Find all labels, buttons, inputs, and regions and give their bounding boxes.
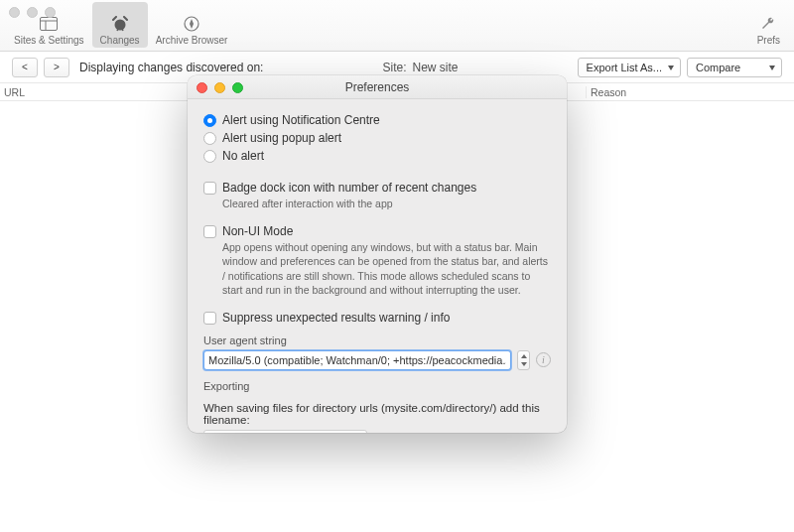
- preferences-title: Preferences: [345, 80, 410, 94]
- toolbar-label: Prefs: [757, 35, 780, 46]
- export-list-dropdown[interactable]: Export List As...: [578, 58, 681, 77]
- toolbar-label: Changes: [100, 35, 140, 46]
- alert-notification-label: Alert using Notification Centre: [222, 113, 380, 127]
- svg-point-3: [114, 20, 125, 31]
- no-alert-label: No alert: [222, 149, 264, 163]
- badge-dock-checkbox[interactable]: [203, 182, 216, 195]
- preferences-body: Alert using Notification Centre Alert us…: [188, 99, 567, 433]
- toolbar-label: Archive Browser: [156, 35, 228, 46]
- toolbar: Sites & Settings Changes Archive Browser…: [0, 0, 794, 52]
- site-key: Site:: [383, 61, 407, 74]
- displaying-label: Displaying changes discovered on:: [79, 61, 263, 74]
- non-ui-mode-help: App opens without opening any windows, b…: [222, 240, 551, 297]
- window-controls-prefs: [197, 82, 243, 93]
- suppress-warning-label: Suppress unexpected results warning / in…: [222, 311, 450, 325]
- exporting-label: Exporting: [203, 380, 551, 392]
- toolbar-prefs[interactable]: Prefs: [749, 2, 788, 48]
- minimize-window-button[interactable]: [27, 7, 38, 18]
- non-ui-mode-label: Non-UI Mode: [222, 224, 293, 238]
- badge-dock-help: Cleared after interaction with the app: [222, 197, 551, 210]
- alarm-icon: [111, 15, 129, 33]
- prev-button[interactable]: <: [12, 58, 38, 77]
- no-alert-radio[interactable]: [203, 150, 216, 163]
- preferences-dialog: Preferences Alert using Notification Cen…: [188, 75, 567, 433]
- window-controls-main: [9, 7, 56, 18]
- main-window: Sites & Settings Changes Archive Browser…: [0, 0, 794, 532]
- svg-rect-0: [41, 18, 58, 31]
- filename-input[interactable]: [203, 430, 367, 433]
- suppress-warning-checkbox[interactable]: [203, 312, 216, 325]
- badge-dock-label: Badge dock icon with number of recent ch…: [222, 181, 476, 195]
- toolbar-label: Sites & Settings: [14, 35, 84, 46]
- site-value: New site: [413, 61, 459, 74]
- user-agent-label: User agent string: [203, 334, 551, 346]
- column-reason[interactable]: Reason: [586, 86, 794, 98]
- toolbar-archive-browser[interactable]: Archive Browser: [148, 2, 236, 48]
- close-prefs-button[interactable]: [197, 82, 207, 93]
- alert-popup-radio[interactable]: [203, 132, 216, 145]
- zoom-prefs-button[interactable]: [232, 82, 243, 93]
- site-indicator: Site: New site: [383, 61, 459, 74]
- non-ui-mode-checkbox[interactable]: [203, 225, 216, 238]
- alert-popup-label: Alert using popup alert: [222, 131, 341, 145]
- info-icon[interactable]: i: [536, 352, 551, 367]
- minimize-prefs-button[interactable]: [214, 82, 225, 93]
- zoom-window-button[interactable]: [45, 7, 56, 18]
- next-button[interactable]: >: [44, 58, 69, 77]
- alert-notification-radio[interactable]: [203, 114, 216, 127]
- user-agent-input[interactable]: [203, 350, 511, 370]
- toolbar-changes[interactable]: Changes: [92, 2, 148, 48]
- preferences-titlebar: Preferences: [188, 75, 567, 99]
- compare-dropdown[interactable]: Compare: [687, 58, 782, 77]
- user-agent-stepper[interactable]: [517, 350, 530, 370]
- compass-icon: [183, 15, 200, 33]
- close-window-button[interactable]: [9, 7, 20, 18]
- export-description: When saving files for directory urls (my…: [203, 402, 551, 426]
- wrench-icon: [759, 15, 777, 33]
